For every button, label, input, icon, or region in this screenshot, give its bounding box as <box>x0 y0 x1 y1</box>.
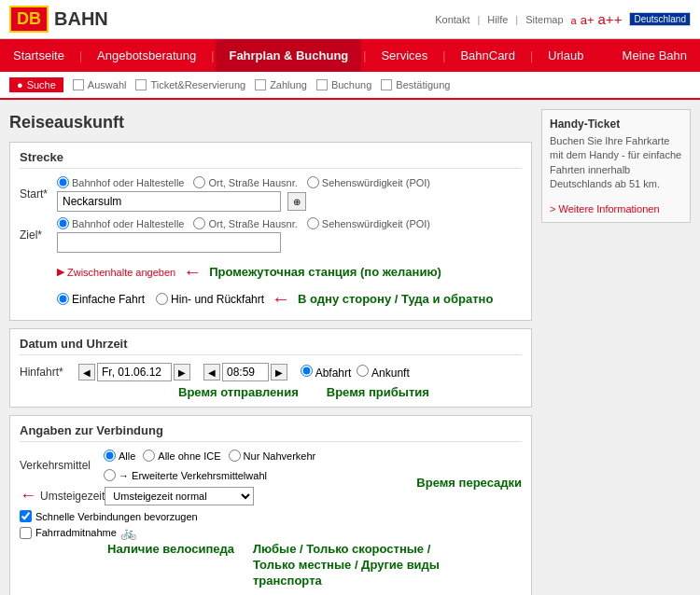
datum-title: Datum und Uhrzeit <box>20 337 522 355</box>
ankunft-radio[interactable]: Ankunft <box>357 365 409 380</box>
datum-row: Hinfahrt* ◀ ▶ ◀ ▶ Abfahrt Ankunft <box>20 363 522 381</box>
step-zahlung[interactable]: Zahlung <box>255 79 307 90</box>
handy-link[interactable]: > Weitere Informationen <box>550 203 660 214</box>
einfache-fahrt-radio[interactable]: Einfache Fahrt <box>57 293 145 306</box>
db-logo: DB <box>9 6 49 33</box>
main-container: Reiseauskunft Strecke Start* Bahnhof ode… <box>0 100 700 595</box>
date-prev-btn[interactable]: ◀ <box>78 364 95 381</box>
steps-bar: ● Suche Auswahl Ticket&Reservierung Zahl… <box>0 72 700 100</box>
strecke-section: Strecke Start* Bahnhof oder Haltestelle … <box>9 142 532 321</box>
fahrrad-checkbox-row: Fahrradmitnahme 🚲 <box>20 525 407 540</box>
step-auswahl[interactable]: Auswahl <box>73 79 127 90</box>
font-large[interactable]: a++ <box>598 11 623 27</box>
hin-ruckfahrt-radio[interactable]: Hin- und Rückfahrt <box>156 293 264 306</box>
verkehr-ohne-ice[interactable]: Alle ohne ICE <box>143 450 220 462</box>
zwischenhalte-arrow: ▶ <box>57 266 64 278</box>
date-next-btn[interactable]: ▶ <box>174 364 190 381</box>
page-title: Reiseauskunft <box>9 109 532 136</box>
abfahrt-group: Abfahrt Ankunft <box>301 365 410 380</box>
zwischenhalte-link[interactable]: ▶ Zwischenhalte angeben <box>57 266 175 278</box>
annotation-umstieg-label: Время пересадки <box>416 476 522 490</box>
nav-meine-bahn[interactable]: Meine Bahn <box>609 39 700 72</box>
datum-section: Datum und Uhrzeit Hinfahrt* ◀ ▶ ◀ ▶ Abfa… <box>9 328 532 408</box>
step-ticket[interactable]: Ticket&Reservierung <box>135 79 245 90</box>
umsteigezeit-label: Umsteigezeit <box>40 490 105 503</box>
start-radio-group: Bahnhof oder Haltestelle Ort, Straße Hau… <box>57 176 522 188</box>
strecke-title: Strecke <box>20 150 522 169</box>
nav-services[interactable]: Services <box>368 39 441 72</box>
time-input[interactable] <box>222 363 269 381</box>
date-group: ◀ ▶ <box>78 363 190 381</box>
step-checkbox-bestatigung <box>381 79 392 90</box>
font-size-controls: a a+ a++ <box>571 11 623 27</box>
start-input[interactable] <box>57 191 281 212</box>
font-small[interactable]: a <box>571 15 577 26</box>
ziel-label: Ziel* <box>20 228 57 242</box>
annotation-ankunft: Время прибытия <box>327 385 429 399</box>
start-label: Start* <box>20 187 57 201</box>
sitemap-link[interactable]: Sitemap <box>525 14 563 25</box>
handy-text: Buchen Sie Ihre Fahrkarte mit dem Handy … <box>550 134 682 192</box>
nav-startseite[interactable]: Startseite <box>0 39 77 72</box>
verkehrsmittel-row: Verkehrsmittel Alle Alle ohne ICE Nur Na… <box>20 450 407 481</box>
ziel-radio-bahnhof[interactable]: Bahnhof oder Haltestelle <box>57 217 184 229</box>
ziel-radio-ort[interactable]: Ort, Straße Hausnr. <box>193 217 297 229</box>
time-prev-btn[interactable]: ◀ <box>203 364 220 381</box>
step-checkbox-zahlung <box>255 79 266 90</box>
ziel-row: Ziel* Bahnhof oder Haltestelle Ort, Stra… <box>20 217 522 253</box>
step-bestatigung[interactable]: Bestätigung <box>381 79 450 90</box>
nav-fahrplan[interactable]: Fahrplan & Buchung <box>216 39 361 72</box>
abfahrt-radio[interactable]: Abfahrt <box>301 365 351 380</box>
kontakt-link[interactable]: Kontakt <box>435 14 469 25</box>
step-suche[interactable]: ● Suche <box>9 77 63 92</box>
start-radio-ort[interactable]: Ort, Straße Hausnr. <box>193 176 297 188</box>
date-input[interactable] <box>97 363 172 381</box>
ziel-input[interactable] <box>57 232 281 253</box>
ziel-radio-group: Bahnhof oder Haltestelle Ort, Straße Hau… <box>57 217 522 229</box>
fahrrad-checkbox[interactable] <box>20 527 32 539</box>
logo: DB BAHN <box>9 6 108 33</box>
left-panel: Reiseauskunft Strecke Start* Bahnhof ode… <box>9 109 532 595</box>
step-buchung[interactable]: Buchung <box>316 79 371 90</box>
start-row: Start* Bahnhof oder Haltestelle Ort, Str… <box>20 176 522 212</box>
verkehr-alle[interactable]: Alle <box>104 450 135 462</box>
fahrt-row: Einfache Fahrt Hin- und Rückfahrt <box>57 293 264 306</box>
hinfahrt-label: Hinfahrt* <box>20 366 71 379</box>
start-radio-bahnhof[interactable]: Bahnhof oder Haltestelle <box>57 176 184 188</box>
handy-ticket: Handy-Ticket Buchen Sie Ihre Fahrkarte m… <box>541 109 691 223</box>
schnelle-checkbox[interactable] <box>20 510 32 522</box>
annotation-direction: В одну сторону / Туда и обратно <box>298 292 493 306</box>
fahrrad-icon: 🚲 <box>120 525 136 540</box>
ziel-radio-poi[interactable]: Sehenswürdigkeit (POI) <box>307 217 430 229</box>
country-flag[interactable]: Deutschland <box>629 12 691 26</box>
annotation-arrow-station: ← <box>183 261 202 283</box>
header-links: Kontakt | Hilfe | Sitemap a a+ a++ Deuts… <box>435 11 691 27</box>
verkehr-nah[interactable]: Nur Nahverkehr <box>229 450 316 462</box>
start-location-btn[interactable]: ⊕ <box>287 192 306 211</box>
step-checkbox-ticket <box>135 79 147 90</box>
annotation-station: Промежуточная станция (по желанию) <box>209 265 441 279</box>
schnelle-label: Schnelle Verbindungen bevorzugen <box>35 511 198 522</box>
verbindung-title: Angaben zur Verbindung <box>20 423 522 442</box>
bahn-logo: BAHN <box>54 8 108 30</box>
verkehr-erweitert[interactable]: → Erweiterte Verkehrsmittelwahl <box>104 469 267 481</box>
font-medium[interactable]: a+ <box>581 13 595 27</box>
nav-bar: Startseite | Angebotsberatung | Fahrplan… <box>0 39 700 72</box>
annotation-verkehr: Любые / Только скоростные / Только местн… <box>253 542 440 589</box>
ziel-content: Bahnhof oder Haltestelle Ort, Straße Hau… <box>57 217 522 253</box>
verbindung-section: Angaben zur Verbindung Verkehrsmittel Al… <box>9 415 532 595</box>
nav-urlaub[interactable]: Urlaub <box>535 39 596 72</box>
umsteigezeit-row: ← Umsteigezeit Umsteigezeit normal <box>20 486 407 505</box>
hilfe-link[interactable]: Hilfe <box>487 14 508 25</box>
right-panel: Handy-Ticket Buchen Sie Ihre Fahrkarte m… <box>541 109 691 595</box>
verkehrsmittel-label: Verkehrsmittel <box>20 459 104 472</box>
umsteigezeit-select[interactable]: Umsteigezeit normal <box>105 487 254 505</box>
time-next-btn[interactable]: ▶ <box>271 364 287 381</box>
nav-bahncard[interactable]: BahnCard <box>447 39 528 72</box>
start-radio-poi[interactable]: Sehenswürdigkeit (POI) <box>307 176 430 188</box>
step-checkbox-auswahl <box>73 79 84 90</box>
nav-angebotsberatung[interactable]: Angebotsberatung <box>84 39 209 72</box>
annotation-fahrrad: Наличие велосипеда <box>107 542 234 556</box>
annotation-abfahrt: Время отправления <box>178 385 299 399</box>
step-checkbox-buchung <box>316 79 328 90</box>
